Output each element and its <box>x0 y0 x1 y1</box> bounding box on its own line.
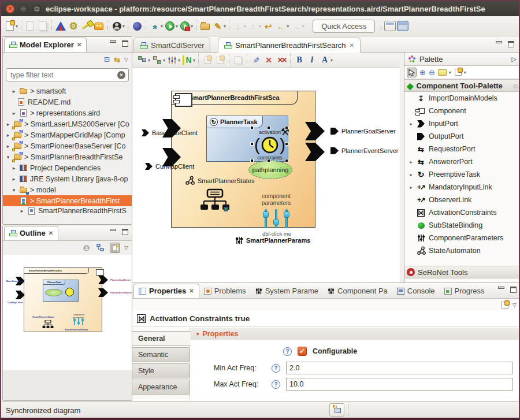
tree-item-smartmapper[interactable]: ▸ M > SmartMapperGridMap [Comp <box>3 129 132 140</box>
selection-handle[interactable] <box>267 126 270 129</box>
maximize-view-button[interactable] <box>122 40 128 47</box>
zoom-in-icon[interactable]: ⊕ <box>419 68 426 77</box>
link-with-editor-icon[interactable]: ⇆ <box>114 55 120 64</box>
palette-item-stateautomaton[interactable]: StateAutomaton <box>404 244 520 257</box>
sidetab-appearance[interactable]: Appearance <box>132 380 190 395</box>
clean-button[interactable] <box>80 20 92 32</box>
tree-item-readme[interactable]: README.md <box>3 96 132 107</box>
expand-icon[interactable]: ▸ <box>409 172 413 177</box>
selection-handle[interactable] <box>267 159 270 162</box>
tab-component-parameters[interactable]: Component Pa <box>323 284 392 298</box>
tab-smartplannerbreadthfirstsearch[interactable]: SmartPlannerBreadthFirstSearch ✕ <box>218 38 361 53</box>
minimize-editor-button[interactable] <box>496 41 502 43</box>
help-icon[interactable]: ? <box>283 347 292 356</box>
modeling-perspective-button[interactable] <box>396 20 409 32</box>
add-dropdown[interactable]: ▾ <box>464 70 466 75</box>
component-parameters-sliders[interactable] <box>261 208 291 230</box>
open-resource-button[interactable] <box>199 20 211 32</box>
filter-input[interactable] <box>9 70 117 80</box>
window-minimize-button[interactable]: — <box>19 5 28 13</box>
note-tool-icon[interactable] <box>438 69 447 76</box>
zoom-layout-button[interactable] <box>136 54 148 66</box>
back-button[interactable]: ← <box>274 20 287 32</box>
properties-section-header[interactable]: ▾ Properties <box>191 328 520 340</box>
tree-item-smartplanner-model2[interactable]: ▸ SmartPlannerBreadthFirstS <box>3 206 132 215</box>
tab-outline[interactable]: Outline ✕ <box>4 226 58 240</box>
tree-item-jre-library[interactable]: ▸ JRE System Library [java-8-op <box>3 173 132 184</box>
params-item[interactable]: SmartPlannerParams <box>235 236 310 244</box>
activation-constraints-element[interactable]: activation ( ) constraints ⚒ <box>252 128 287 161</box>
min-act-freq-input[interactable] <box>286 362 513 374</box>
selection-handle[interactable] <box>285 142 288 146</box>
states-item[interactable]: SmartPlannerStates <box>185 176 254 185</box>
palette-item-componentparameters[interactable]: ComponentParameters <box>404 232 520 244</box>
palette-group-component[interactable]: ◆ Component Tool-Palette ◇ <box>404 79 520 92</box>
delete-from-model-button[interactable]: ✕✕ <box>275 54 288 66</box>
window-close-button[interactable]: ✕ <box>6 5 14 13</box>
palette-item-importdomainmodels[interactable]: ↧ ImportDomainModels <box>404 92 520 105</box>
expand-icon[interactable]: ▸ <box>409 185 413 190</box>
tab-problems[interactable]: Problems <box>199 284 251 298</box>
close-icon[interactable]: ✕ <box>77 42 81 48</box>
new-wizard-button[interactable] <box>3 20 16 32</box>
align-button[interactable] <box>166 54 179 66</box>
tree-item-smartlaser[interactable]: ▸ M > SmartLaserLMS200Server [Co <box>3 118 132 129</box>
quick-access-box[interactable]: Quick Access <box>313 20 375 33</box>
collapse-all-icon[interactable]: ⊟ <box>104 55 110 64</box>
close-icon[interactable]: ✕ <box>49 230 53 236</box>
sidetab-general[interactable]: General <box>132 331 192 346</box>
tab-properties[interactable]: Properties ✕ <box>133 284 199 298</box>
help-icon[interactable]: ? <box>272 364 280 373</box>
tree-item-smartpioneer[interactable]: ▸ M > SmartPioneerBaseServer [Co <box>3 140 132 151</box>
robot-tool-button[interactable] <box>92 20 105 32</box>
palette-item-mandatoryinputlink[interactable]: ▸ +↗ MandatoryInputLink <box>404 181 520 194</box>
palette-item-observerlink[interactable]: +↗ ObserverLink <box>404 194 520 206</box>
max-act-freq-input[interactable] <box>286 378 513 391</box>
build-model-button[interactable] <box>54 20 67 32</box>
view-menu-icon[interactable]: ▽ <box>512 302 517 308</box>
palette-item-component[interactable]: Component <box>404 105 520 117</box>
selection-handle[interactable] <box>250 126 254 129</box>
clear-filter-icon[interactable]: ✕ <box>117 71 125 79</box>
maximize-view-button[interactable] <box>122 229 128 235</box>
arrange-button[interactable] <box>151 54 164 66</box>
palette-header[interactable]: Palette ▷ <box>404 53 520 66</box>
palette-item-inputport[interactable]: ▸ InputPort <box>404 117 520 130</box>
pin-icon[interactable]: ◇ <box>513 83 518 89</box>
palette-item-requestorport[interactable]: ⇆ RequestorPort <box>404 143 520 155</box>
window-maximize-button[interactable]: ▢ <box>32 5 41 13</box>
new-sibling-icon[interactable] <box>502 302 508 309</box>
maximize-editor-button[interactable] <box>508 41 514 47</box>
help-icon[interactable]: ? <box>272 380 280 389</box>
hide-element-button[interactable]: ✎ <box>250 54 262 66</box>
bold-button[interactable]: B <box>293 54 306 66</box>
sidetab-semantic[interactable]: Semantic <box>132 347 190 362</box>
tree-item-smartplanner-project[interactable]: ▾ M > SmartPlannerBreadthFirstSe <box>3 151 132 162</box>
palette-item-activationconstraints[interactable]: ActivationConstraints <box>404 206 520 219</box>
zoom-out-icon[interactable]: ⊖ <box>429 68 435 77</box>
tab-model-explorer[interactable]: Model Explorer ✕ <box>4 38 87 52</box>
component-node[interactable]: SmartPlannerBreadthFirstSea ↻ PlannerTas… <box>171 91 315 228</box>
generate-code-button[interactable]: ⚙ <box>67 20 80 32</box>
palette-item-answererport[interactable]: ▸ ⇆ AnswererPort <box>404 155 520 168</box>
view-menu-icon[interactable]: ▽ <box>124 57 128 62</box>
expand-icon[interactable]: ▸ <box>409 159 413 165</box>
close-icon[interactable]: ✕ <box>349 42 354 49</box>
selection-handle[interactable] <box>285 126 288 129</box>
run-button[interactable] <box>164 20 176 32</box>
tree-item-model-folder[interactable]: ▾ > model <box>3 184 132 195</box>
palette-item-outputport[interactable]: OutputPort <box>404 130 520 143</box>
font-color-button[interactable]: A <box>318 54 331 66</box>
selection-handle[interactable] <box>250 142 254 146</box>
collapse-palette-icon[interactable]: ▷ <box>512 55 517 63</box>
layers-button[interactable]: N <box>181 54 194 66</box>
tree-item-smartsoft[interactable]: ▸ > smartsoft <box>3 86 132 96</box>
minimize-view-button[interactable] <box>110 40 116 43</box>
toggle-mark-occurrences-button[interactable]: ✎ <box>211 20 224 32</box>
debug-button[interactable]: * <box>148 20 161 32</box>
configurable-checkbox[interactable]: ✓ <box>298 347 307 356</box>
minimize-view-button[interactable] <box>498 287 504 289</box>
outline-thumbnail[interactable]: SmartPlannerBreadthFirstSea PlannerTask … <box>3 255 132 370</box>
tree-item-project-dependencies[interactable]: ▸ Project Dependencies <box>3 162 132 173</box>
state-orgchart-icon[interactable] <box>199 188 229 215</box>
